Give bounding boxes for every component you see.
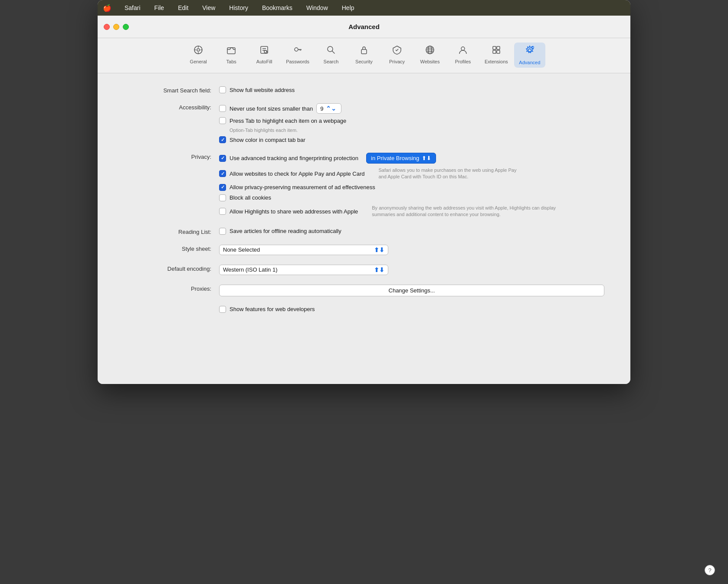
proxies-label: Proxies: xyxy=(124,285,219,292)
highlights-description: By anonymously sharing the web addresses… xyxy=(372,205,556,218)
style-sheet-select-control: None Selected ⬆⬇ xyxy=(219,245,604,255)
autofill-icon xyxy=(259,45,269,57)
svg-rect-25 xyxy=(497,46,500,49)
ad-measurement-row: Allow privacy-preserving measurement of … xyxy=(219,184,604,191)
toolbar-item-general[interactable]: General xyxy=(183,43,214,68)
window-title: Advanced xyxy=(348,23,380,30)
encoding-chevron-icon: ⬆⬇ xyxy=(374,266,384,273)
ad-measurement-text: Allow privacy-preserving measurement of … xyxy=(230,184,375,190)
highlights-text: Allow Highlights to share web addresses … xyxy=(230,208,358,215)
menu-safari[interactable]: Safari xyxy=(122,3,143,12)
reading-list-label: Reading List: xyxy=(124,228,219,235)
menu-bookmarks[interactable]: Bookmarks xyxy=(259,3,295,12)
svg-rect-24 xyxy=(493,46,496,49)
block-cookies-text: Block all cookies xyxy=(230,194,271,201)
settings-content: Smart Search field: Show full website ad… xyxy=(98,73,630,377)
tracking-text: Use advanced tracking and fingerprinting… xyxy=(230,155,358,161)
encoding-dropdown[interactable]: Western (ISO Latin 1) ⬆⬇ xyxy=(219,265,388,275)
menu-bar: 🍎 Safari File Edit View History Bookmark… xyxy=(98,0,630,16)
font-size-dropdown[interactable]: 9 ⌃⌄ xyxy=(316,103,341,114)
websites-label: Websites xyxy=(420,59,439,64)
font-size-text: Never use font sizes smaller than xyxy=(230,105,313,112)
general-icon xyxy=(193,45,203,57)
privacy-icon xyxy=(392,45,402,57)
menu-file[interactable]: File xyxy=(152,3,167,12)
toolbar-item-passwords[interactable]: Passwords xyxy=(282,43,314,68)
developers-checkbox-row: Show features for web developers xyxy=(219,306,604,313)
maximize-button[interactable] xyxy=(123,24,129,30)
highlights-row: Allow Highlights to share web addresses … xyxy=(219,205,604,218)
block-cookies-checkbox[interactable] xyxy=(219,194,226,201)
menu-window[interactable]: Window xyxy=(304,3,331,12)
option-tab-hint: Option-Tab highlights each item. xyxy=(230,128,604,133)
title-bar: Advanced xyxy=(98,16,630,38)
block-cookies-row: Block all cookies xyxy=(219,194,604,201)
apple-pay-checkbox[interactable] xyxy=(219,170,226,177)
reading-list-controls: Save articles for offline reading automa… xyxy=(219,228,604,235)
toolbar-item-websites[interactable]: Websites xyxy=(414,43,446,68)
style-sheet-value: None Selected xyxy=(223,246,260,253)
smart-search-controls: Show full website address xyxy=(219,86,604,93)
show-full-address-checkbox[interactable] xyxy=(219,86,226,93)
font-size-checkbox[interactable] xyxy=(219,105,226,112)
menu-history[interactable]: History xyxy=(226,3,251,12)
style-sheet-chevron-icon: ⬆⬇ xyxy=(374,246,384,253)
font-size-chevron-icon: ⌃⌄ xyxy=(326,105,336,112)
svg-rect-27 xyxy=(497,50,500,53)
profiles-icon xyxy=(458,45,468,57)
compact-tab-text: Show color in compact tab bar xyxy=(230,137,305,143)
highlights-checkbox[interactable] xyxy=(219,208,226,215)
encoding-value: Western (ISO Latin 1) xyxy=(223,266,277,273)
style-sheet-controls: None Selected ⬆⬇ xyxy=(219,245,604,255)
privacy-label-text: Privacy: xyxy=(124,153,219,160)
toolbar-item-tabs[interactable]: Tabs xyxy=(216,43,247,68)
private-dropdown-chevron-icon: ⬆⬇ xyxy=(422,155,431,161)
svg-point-23 xyxy=(461,47,465,50)
toolbar-item-autofill[interactable]: AutoFill xyxy=(249,43,280,68)
tabs-icon xyxy=(226,45,236,57)
proxies-controls: Change Settings... xyxy=(219,285,604,296)
developers-checkbox[interactable] xyxy=(219,306,226,313)
tracking-row: Use advanced tracking and fingerprinting… xyxy=(219,153,604,164)
tracking-checkbox[interactable] xyxy=(219,155,226,162)
menu-view[interactable]: View xyxy=(200,3,218,12)
proxies-row: Proxies: Change Settings... xyxy=(124,285,604,296)
close-button[interactable] xyxy=(104,24,110,30)
accessibility-label: Accessibility: xyxy=(124,103,219,111)
toolbar-item-profiles[interactable]: Profiles xyxy=(447,43,479,68)
privacy-label: Privacy xyxy=(389,59,405,64)
toolbar-item-security[interactable]: Security xyxy=(348,43,380,68)
apple-logo-icon: 🍎 xyxy=(103,4,111,12)
developers-row: Show features for web developers xyxy=(124,306,604,313)
apple-pay-description: Safari allows you to make purchases on t… xyxy=(378,167,516,180)
smart-search-row: Smart Search field: Show full website ad… xyxy=(124,86,604,94)
developers-label xyxy=(124,306,219,307)
style-sheet-dropdown[interactable]: None Selected ⬆⬇ xyxy=(219,245,388,255)
tab-highlight-checkbox[interactable] xyxy=(219,117,226,124)
accessibility-row: Accessibility: Never use font sizes smal… xyxy=(124,103,604,143)
menu-edit[interactable]: Edit xyxy=(175,3,191,12)
show-full-address-row: Show full website address xyxy=(219,86,604,93)
passwords-label: Passwords xyxy=(286,59,309,64)
toolbar-item-privacy[interactable]: Privacy xyxy=(381,43,413,68)
tabs-label: Tabs xyxy=(226,59,236,64)
offline-reading-checkbox[interactable] xyxy=(219,228,226,235)
change-settings-button[interactable]: Change Settings... xyxy=(219,285,604,296)
compact-tab-checkbox[interactable] xyxy=(219,136,226,143)
tab-highlight-row: Press Tab to highlight each item on a we… xyxy=(219,117,604,124)
toolbar-item-extensions[interactable]: Extensions xyxy=(480,43,512,68)
profiles-label: Profiles xyxy=(455,59,471,64)
privacy-row: Privacy: Use advanced tracking and finge… xyxy=(124,153,604,218)
menu-help[interactable]: Help xyxy=(339,3,357,12)
accessibility-controls: Never use font sizes smaller than 9 ⌃⌄ P… xyxy=(219,103,604,143)
encoding-select-control: Western (ISO Latin 1) ⬆⬇ xyxy=(219,265,604,275)
svg-line-16 xyxy=(332,51,334,54)
private-browsing-dropdown[interactable]: in Private Browsing ⬆⬇ xyxy=(366,153,436,164)
minimize-button[interactable] xyxy=(113,24,119,30)
security-label: Security xyxy=(355,59,373,64)
default-encoding-label: Default encoding: xyxy=(124,265,219,272)
toolbar-item-search[interactable]: Search xyxy=(315,43,347,68)
apple-pay-row: Allow websites to check for Apple Pay an… xyxy=(219,167,604,180)
toolbar-item-advanced[interactable]: Advanced xyxy=(514,43,545,68)
ad-measurement-checkbox[interactable] xyxy=(219,184,226,191)
